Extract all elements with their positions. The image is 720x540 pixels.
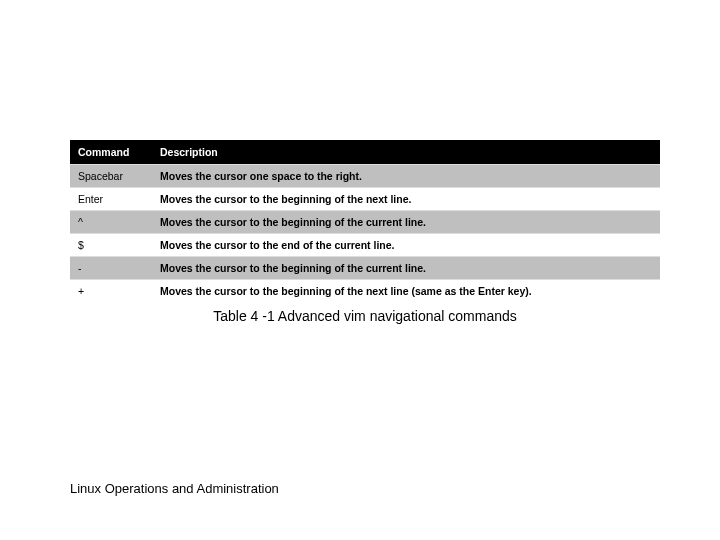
cell-command: Enter	[70, 188, 152, 211]
cell-command: -	[70, 257, 152, 280]
table-header-row: Command Description	[70, 140, 660, 165]
cell-description: Moves the cursor to the beginning of the…	[152, 188, 660, 211]
table-container: Command Description Spacebar Moves the c…	[70, 140, 660, 324]
cell-description: Moves the cursor to the beginning of the…	[152, 257, 660, 280]
table-row: Enter Moves the cursor to the beginning …	[70, 188, 660, 211]
cell-description: Moves the cursor to the beginning of the…	[152, 211, 660, 234]
table-row: + Moves the cursor to the beginning of t…	[70, 280, 660, 303]
footer-text: Linux Operations and Administration	[70, 481, 279, 496]
vim-commands-table: Command Description Spacebar Moves the c…	[70, 140, 660, 302]
cell-description: Moves the cursor to the end of the curre…	[152, 234, 660, 257]
table-row: Spacebar Moves the cursor one space to t…	[70, 165, 660, 188]
table-row: - Moves the cursor to the beginning of t…	[70, 257, 660, 280]
cell-command: $	[70, 234, 152, 257]
header-command: Command	[70, 140, 152, 165]
cell-command: +	[70, 280, 152, 303]
header-description: Description	[152, 140, 660, 165]
table-caption: Table 4 -1 Advanced vim navigational com…	[70, 308, 660, 324]
table-row: $ Moves the cursor to the end of the cur…	[70, 234, 660, 257]
cell-command: Spacebar	[70, 165, 152, 188]
table-row: ^ Moves the cursor to the beginning of t…	[70, 211, 660, 234]
cell-description: Moves the cursor to the beginning of the…	[152, 280, 660, 303]
cell-command: ^	[70, 211, 152, 234]
cell-description: Moves the cursor one space to the right.	[152, 165, 660, 188]
